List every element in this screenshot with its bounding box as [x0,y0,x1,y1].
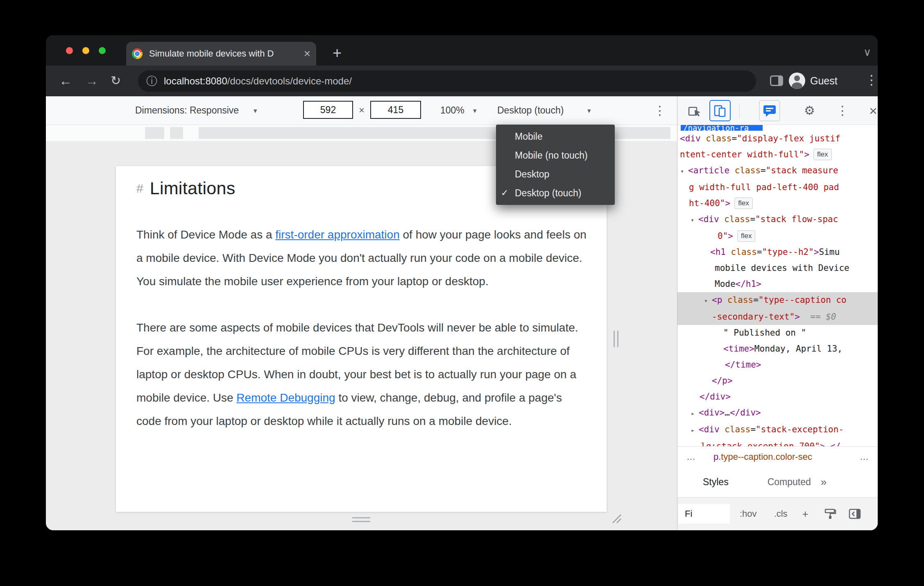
dom-node-line[interactable]: ntent-center width-full">flex [677,147,878,163]
new-style-rule-button[interactable]: + [802,508,808,520]
back-button[interactable]: ← [59,73,72,89]
more-tabs-icon[interactable]: » [821,476,827,488]
tab-close-icon[interactable]: × [304,48,310,59]
viewport-resize-handle-bottom[interactable] [352,517,370,522]
inspect-element-icon[interactable] [688,104,702,118]
dom-node-line[interactable]: lg:stack-exception-700"> </ [677,438,878,446]
dom-node-line[interactable]: /navigation-ra [677,125,878,131]
dom-node-line[interactable]: g width-full pad-left-400 pad [677,179,878,195]
dom-node-line[interactable]: Mode</h1> [677,276,878,292]
window-zoom-button[interactable] [99,47,106,54]
viewport-resize-handle-corner[interactable] [611,513,622,525]
code-token [701,134,706,143]
device-type-caret-icon[interactable]: ▾ [587,107,591,115]
twisty-expanded-icon[interactable]: ▾ [704,293,712,309]
code-token: <div> [699,408,725,418]
device-toolbar-menu-icon[interactable]: ⋮ [654,103,666,118]
dom-node-line[interactable]: </time> [677,357,878,373]
paint-format-icon[interactable] [824,508,836,520]
option-label: Desktop [515,169,549,180]
device-type-option[interactable]: Desktop [496,165,615,184]
code-token: " Published on " [723,328,806,338]
profile-name: Guest [810,75,838,87]
dom-node-line[interactable]: </p> [677,373,878,389]
viewport-height-input[interactable]: 415 [370,101,421,119]
url-path: /docs/devtools/device-mode/ [227,75,352,87]
settings-gear-icon[interactable]: ⚙ [804,103,815,118]
zoom-caret-icon[interactable]: ▾ [473,107,477,115]
styles-filter-input[interactable]: Fi [678,504,730,524]
code-token: </h1> [736,279,761,289]
inline-link[interactable]: Remote Debugging [236,391,335,404]
dom-node-line[interactable]: ht-400">flex [677,195,878,211]
tab-styles[interactable]: Styles [703,477,729,488]
dom-node-line[interactable]: <time>Monday, April 13, [677,341,878,357]
reload-button[interactable]: ↻ [111,73,121,89]
toggle-class-button[interactable]: .cls [774,509,788,519]
code-token: <div [680,134,701,143]
tab-search-chevron-icon[interactable]: ∨ [863,46,871,59]
address-bar[interactable]: ⓘ localhost:8080 /docs/devtools/device-m… [138,70,756,92]
dom-node-line[interactable]: <div class="display-flex justif [677,131,878,147]
device-type-option[interactable]: Mobile [496,127,615,146]
dom-node-line[interactable]: <h1 class="type--h2">Simu [677,244,878,260]
dom-node-line[interactable]: ▾<article class="stack measure [677,163,878,179]
window-minimize-button[interactable] [82,47,89,54]
dimensions-caret-icon[interactable]: ▾ [254,107,257,115]
dom-node-line[interactable]: mobile devices with Device [677,260,878,276]
twisty-expanded-icon[interactable]: ▾ [691,212,698,228]
toggle-hover-state-button[interactable]: :hov [740,509,757,519]
new-tab-button[interactable]: + [333,45,342,61]
show-sidebar-icon[interactable] [849,509,861,519]
viewport-width-input[interactable]: 592 [303,101,353,119]
option-label: Mobile (no touch) [515,150,588,161]
rendered-page: # Limitations Think of Device Mode as a … [116,166,607,512]
console-messages-icon[interactable] [759,100,780,121]
breadcrumb-item[interactable]: p.type--caption.color-sec [713,452,812,462]
inline-link[interactable]: first-order approximation [275,228,399,241]
browser-tab[interactable]: Simulate mobile devices with D × [126,42,316,66]
zoom-select[interactable]: 100% [440,105,464,116]
devtools-menu-icon[interactable]: ⋮ [836,103,849,118]
twisty-collapsed-icon[interactable]: ▸ [691,406,699,422]
dom-node-line[interactable]: -secondary-text"> == $0 [677,309,878,325]
tab-title: Simulate mobile devices with D [149,48,301,59]
forward-button[interactable]: → [85,73,98,89]
code-token: ntent-center width-full" [680,150,804,159]
code-token: "type--h2" [762,247,813,257]
breadcrumb-overflow-right[interactable]: … [860,452,869,462]
dimensions-select[interactable]: Dimensions: Responsive [135,105,239,116]
device-type-option[interactable]: Mobile (no touch) [496,146,615,165]
twisty-collapsed-icon[interactable]: ▸ [691,422,699,438]
code-token: = [750,425,756,434]
code-token: "stack flow-spac [755,214,838,224]
dom-node-line[interactable]: </div> [677,389,878,405]
side-panel-icon[interactable] [770,75,783,86]
flex-badge[interactable]: flex [737,230,755,242]
window-close-button[interactable] [66,47,73,54]
tab-computed[interactable]: Computed [768,477,811,488]
profile-avatar[interactable] [789,73,805,89]
twisty-expanded-icon[interactable]: ▾ [680,164,688,179]
browser-menu-icon[interactable]: ⋮ [865,72,878,88]
code-token: "type--caption co [759,295,847,305]
dom-node-line[interactable]: " Published on " [677,325,878,341]
flex-badge[interactable]: flex [734,198,752,209]
dom-node-line[interactable]: ▸<div>…</div> [677,405,878,422]
device-type-option[interactable]: ✓Desktop (touch) [496,184,615,202]
flex-badge[interactable]: flex [813,149,831,160]
site-info-icon[interactable]: ⓘ [146,76,157,87]
dom-node-line[interactable]: ▾<div class="stack flow-spac [677,211,878,228]
dom-node-line[interactable]: ▸<div class="stack-exception- [677,422,878,438]
device-toolbar-toggle-icon[interactable] [709,100,731,121]
code-token: <div [699,425,720,434]
heading-anchor-hash[interactable]: # [136,182,143,195]
code-token: 0" [718,231,728,241]
dom-node-line[interactable]: 0">flex [677,228,878,244]
dom-node-line[interactable]: ▾<p class="type--caption co [677,292,878,309]
viewport-resize-handle-right[interactable] [614,331,618,347]
devtools-close-icon[interactable]: × [869,104,877,118]
code-token: class [727,295,753,305]
breadcrumb-overflow-left[interactable]: … [686,452,695,462]
device-type-select[interactable]: Desktop (touch) [497,105,564,116]
